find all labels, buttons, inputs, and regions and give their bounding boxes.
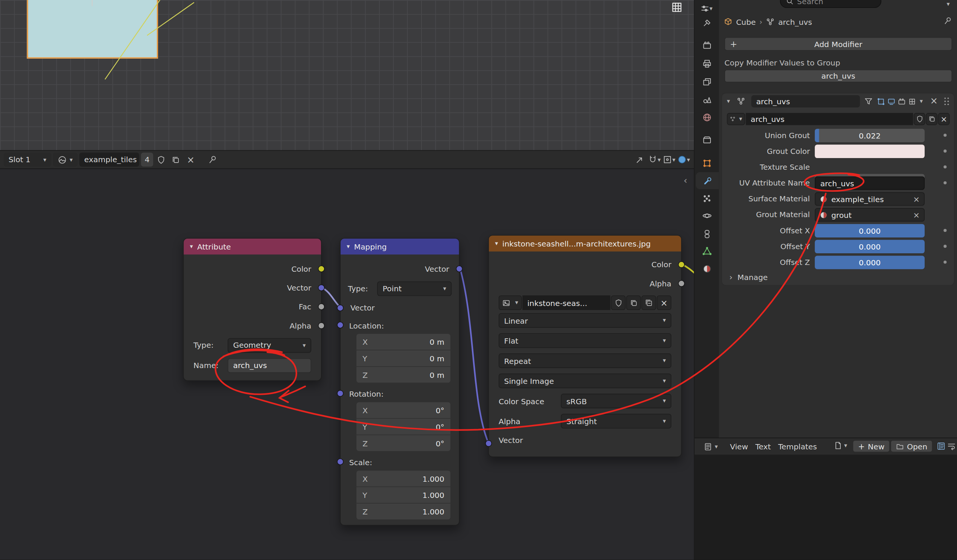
funnel-icon[interactable] [864,97,873,106]
offset-y-slider[interactable]: 0.000 [815,240,925,253]
pivot-point-icon[interactable]: ▾ [663,152,676,166]
image-texture-node-header[interactable]: ▾ inkstone-seashell...m-architextures.jp… [489,236,681,251]
fac-output-socket[interactable] [318,303,325,310]
grout-color-swatch[interactable] [815,145,925,158]
breadcrumb-modifier[interactable]: arch_uvs [778,17,812,26]
decorator-dot[interactable] [943,166,946,169]
node-group-name-field[interactable]: arch_uvs [746,113,913,125]
rotation-y-field[interactable]: Y0° [356,419,450,435]
tab-physics[interactable] [695,207,719,224]
shader-editor-canvas[interactable]: ▾ Attribute Color Vector Fac Alpha Type:… [0,169,694,560]
toggle-render[interactable] [896,96,906,107]
collapse-node-icon[interactable]: ▾ [495,240,498,246]
menu-view[interactable]: View [726,442,752,451]
location-z-field[interactable]: Z0 m [356,367,450,383]
overlays-icon[interactable]: ▾ [677,152,690,166]
image-users-button[interactable]: 4 [141,152,153,166]
rotation-x-field[interactable]: X0° [356,402,450,418]
fake-user-shield-button[interactable] [914,113,925,125]
pin-icon[interactable] [943,17,952,25]
vector-input-socket[interactable] [485,440,492,447]
add-modifier-button[interactable]: + Add Modifier [725,37,952,51]
copy-values-button[interactable]: arch_uvs [725,69,952,82]
manage-subpanel-header[interactable]: › Manage [729,273,768,282]
tab-tool[interactable] [695,14,719,31]
breadcrumb-object[interactable]: Cube [736,17,756,26]
extension-dropdown[interactable]: Repeat ▾ [499,353,671,368]
image-browse-button[interactable]: ▾ [499,295,522,310]
search-field[interactable]: Search [780,0,881,8]
tab-constraints[interactable] [695,225,719,242]
new-image-copy-button[interactable] [626,295,641,310]
line-numbers-toggle[interactable] [936,442,945,451]
color-output-socket[interactable] [678,261,685,268]
interpolation-dropdown[interactable]: Linear ▾ [499,313,671,328]
tab-collection[interactable] [695,131,719,148]
editor-type-button[interactable]: ▾ [704,442,718,451]
attribute-type-dropdown[interactable]: Geometry ▾ [228,338,311,353]
tab-output[interactable] [695,55,719,72]
toggle-edit-mode[interactable] [876,96,886,107]
unlink-image-button[interactable]: × [185,152,197,166]
source-dropdown[interactable]: Single Image ▾ [499,374,671,388]
unlink-node-group-button[interactable]: × [938,113,950,125]
location-y-field[interactable]: Y0 m [356,350,450,366]
image-texture-node[interactable]: ▾ inkstone-seashell...m-architextures.jp… [488,235,682,457]
rotation-z-field[interactable]: Z0° [356,435,450,451]
new-text-button[interactable]: + New [853,440,890,452]
copy-node-group-button[interactable] [926,113,937,125]
mapping-node-header[interactable]: ▾ Mapping [341,238,459,254]
tab-material[interactable] [695,260,719,277]
unlink-image-button[interactable]: × [657,295,671,310]
offset-x-slider[interactable]: 0.000 [815,224,925,237]
attribute-name-field[interactable]: arch_uvs [228,358,311,372]
duplicate-image-button[interactable] [170,152,183,166]
image-name-field[interactable]: inkstone-seas... [522,295,610,310]
scale-x-field[interactable]: X1.000 [356,470,450,486]
tab-particles[interactable] [695,190,719,207]
panel-collapse-icon[interactable]: ▾ [727,98,730,104]
editor-menu-chevron-icon[interactable]: ▾ [946,1,949,7]
decorator-dot[interactable] [943,150,946,152]
word-wrap-toggle[interactable] [947,442,956,451]
grid-icon[interactable] [671,2,682,13]
text-datablock-browse-button[interactable]: ▾ [834,442,847,450]
tab-render[interactable] [695,36,719,54]
close-icon[interactable]: × [913,194,920,203]
render-slot-select[interactable]: Slot 1 ▾ [4,152,52,166]
scale-z-field[interactable]: Z1.000 [356,503,450,519]
alpha-output-socket[interactable] [678,280,685,287]
decorator-dot[interactable] [943,245,946,248]
unpack-image-button[interactable] [642,295,656,310]
tab-object-data[interactable] [695,242,719,259]
decorator-dot[interactable] [943,229,946,232]
tab-modifiers-active[interactable] [696,172,719,189]
decorator-dot[interactable] [943,181,946,185]
surface-material-field[interactable]: example_tiles × [815,192,925,206]
collapse-node-icon[interactable]: ▾ [190,243,193,249]
menu-text[interactable]: Text [752,442,774,451]
fake-user-shield-button[interactable] [155,152,168,166]
tab-object[interactable] [695,154,719,171]
collapse-node-icon[interactable]: ▾ [347,243,350,249]
open-text-button[interactable]: Open [891,440,933,452]
snapping-magnet-icon[interactable]: ▾ [648,152,661,166]
alpha-output-socket[interactable] [318,322,325,329]
image-editor-canvas[interactable] [0,0,694,150]
vector-output-socket[interactable] [456,265,463,272]
toggle-cage[interactable] [907,96,917,107]
node-group-browse-button[interactable]: ▾ [727,113,745,125]
location-x-field[interactable]: X0 m [356,334,450,350]
attribute-node[interactable]: ▾ Attribute Color Vector Fac Alpha Type:… [183,238,322,381]
region-collapse-icon[interactable]: ‹ [684,175,687,186]
fake-user-shield-button[interactable] [611,295,625,310]
vector-output-socket[interactable] [318,284,325,291]
close-icon[interactable]: × [913,210,920,219]
color-output-socket[interactable] [318,265,325,272]
grout-material-field[interactable]: grout × [815,208,925,222]
attribute-node-header[interactable]: ▾ Attribute [184,238,321,254]
alpha-mode-dropdown[interactable]: Straight ▾ [561,414,671,429]
image-browse-button[interactable]: ▾ [53,152,77,166]
projection-dropdown[interactable]: Flat ▾ [499,333,671,348]
pin-image-button[interactable] [206,152,219,166]
